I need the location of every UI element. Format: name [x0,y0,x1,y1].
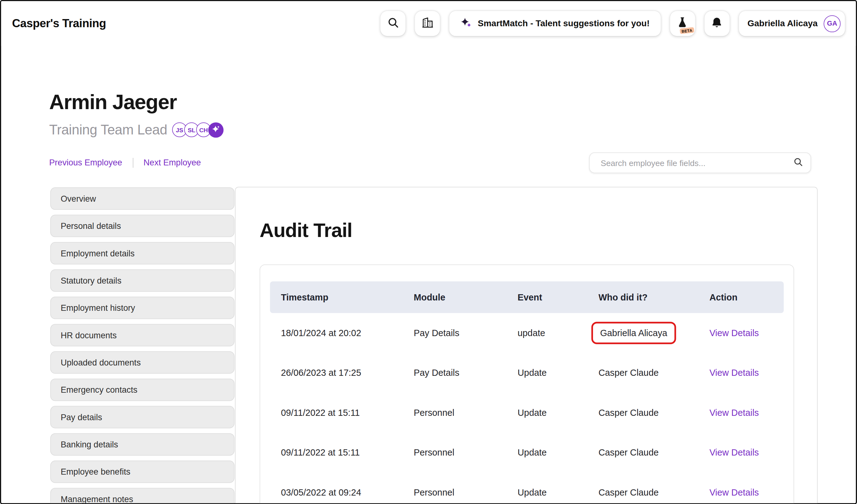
smartmatch-label: SmartMatch - Talent suggestions for you! [478,18,650,28]
sidebar-item[interactable]: Overview [50,187,235,210]
labs-button[interactable]: BETA [670,11,695,36]
who-value: Casper Claude [598,368,658,378]
who-value: Casper Claude [598,487,658,498]
certification-badges: JSSLCH [175,122,211,137]
nav-divider [133,158,133,168]
view-details-link[interactable]: View Details [709,447,759,457]
who-cell: Casper Claude [598,408,709,418]
topbar-actions: SmartMatch - Talent suggestions for you!… [381,11,845,36]
timestamp-cell: 09/11/2022 at 15:11 [281,447,414,458]
employee-field-search [589,153,811,173]
event-cell: update [518,328,599,338]
previous-employee-link[interactable]: Previous Employee [49,158,122,168]
view-details-link[interactable]: View Details [709,368,759,377]
event-cell: Update [518,447,599,458]
sidebar-item[interactable]: Uploaded documents [50,351,235,374]
sidebar-item[interactable]: Pay details [50,406,235,428]
who-cell: Casper Claude [598,487,709,498]
sidebar-item[interactable]: Emergency contacts [50,379,235,401]
action-cell: View Details [709,328,784,338]
column-header: Event [518,292,599,302]
employee-name: Armin Jaeger [49,91,177,114]
action-cell: View Details [709,408,784,418]
column-header: Timestamp [281,292,414,302]
timestamp-cell: 09/11/2022 at 15:11 [281,408,414,418]
view-details-link[interactable]: View Details [709,487,759,497]
sidebar-item[interactable]: Personal details [50,215,235,237]
module-cell: Personnel [414,447,518,458]
who-cell: Gabriella Alicaya [598,326,709,340]
sidebar-item[interactable]: HR documents [50,324,235,346]
audit-row: 09/11/2022 at 15:11 Personnel Update Cas… [270,393,784,433]
timestamp-cell: 26/06/2023 at 17:25 [281,368,414,378]
view-details-link[interactable]: View Details [709,408,759,417]
search-icon [793,157,803,169]
view-details-link[interactable]: View Details [709,328,759,337]
event-cell: Update [518,408,599,418]
who-cell: Casper Claude [598,368,709,378]
timestamp-cell: 03/05/2022 at 09:24 [281,487,414,498]
action-cell: View Details [709,447,784,458]
user-menu[interactable]: Gabriella Alicaya GA [739,11,845,36]
next-employee-link[interactable]: Next Employee [144,158,201,168]
event-cell: Update [518,368,599,378]
employee-role-row: Training Team Lead JSSLCH [49,122,223,138]
column-header: Who did it? [598,292,709,302]
who-cell: Casper Claude [598,447,709,458]
employee-file-sidebar: OverviewPersonal detailsEmployment detai… [50,187,235,504]
scale-wrapper: Casper's Training [0,0,857,504]
audit-row: 03/05/2022 at 09:24 Personnel Update Cas… [270,473,784,504]
column-header: Module [414,292,518,302]
sidebar-item[interactable]: Banking details [50,433,235,456]
audit-table-body: 18/01/2024 at 20:02 Pay Details update G… [270,313,784,504]
sidebar-item[interactable]: Employee benefits [50,460,235,483]
user-name: Gabriella Alicaya [747,18,818,28]
who-value: Casper Claude [598,447,658,458]
who-value: Casper Claude [598,408,658,418]
sparkle-badge-icon [212,124,220,135]
audit-row: 26/06/2023 at 17:25 Pay Details Update C… [270,353,784,393]
audit-row: 09/11/2022 at 15:11 Personnel Update Cas… [270,433,784,473]
employee-nav: Previous Employee Next Employee [49,158,201,168]
action-cell: View Details [709,487,784,498]
global-search-button[interactable] [381,11,406,36]
sidebar-item[interactable]: Statutory details [50,269,235,292]
avatar: GA [824,15,840,32]
event-cell: Update [518,487,599,498]
topbar: Casper's Training [1,1,856,46]
bell-icon [711,16,723,30]
page-title: Audit Trail [259,219,352,242]
content-panel: Audit Trail TimestampModuleEventWho did … [235,187,818,504]
smartmatch-button[interactable]: SmartMatch - Talent suggestions for you! [450,11,660,36]
beta-badge: BETA [680,27,694,34]
module-cell: Pay Details [414,368,518,378]
notifications-button[interactable] [704,11,729,36]
audit-row: 18/01/2024 at 20:02 Pay Details update G… [270,313,784,353]
timestamp-cell: 18/01/2024 at 20:02 [281,328,414,338]
employee-role: Training Team Lead [49,122,167,138]
smart-sparkle-badge[interactable] [208,122,224,138]
who-value: Gabriella Alicaya [591,322,676,344]
search-icon [387,16,399,30]
sidebar-item[interactable]: Employment history [50,297,235,319]
module-cell: Pay Details [414,328,518,338]
app-window: Casper's Training [0,0,857,504]
building-icon [421,16,434,30]
search-input[interactable] [600,158,793,168]
module-cell: Personnel [414,408,518,418]
sidebar-item[interactable]: Employment details [50,242,235,264]
table-header-row: TimestampModuleEventWho did it?Action [270,281,784,313]
sparkle-icon [460,17,472,30]
audit-table-card: TimestampModuleEventWho did it?Action 18… [259,264,794,504]
app-title: Casper's Training [12,17,106,30]
module-cell: Personnel [414,487,518,498]
organisation-button[interactable] [415,11,440,36]
action-cell: View Details [709,368,784,378]
sidebar-item[interactable]: Management notes [50,488,235,504]
column-header: Action [709,292,784,302]
